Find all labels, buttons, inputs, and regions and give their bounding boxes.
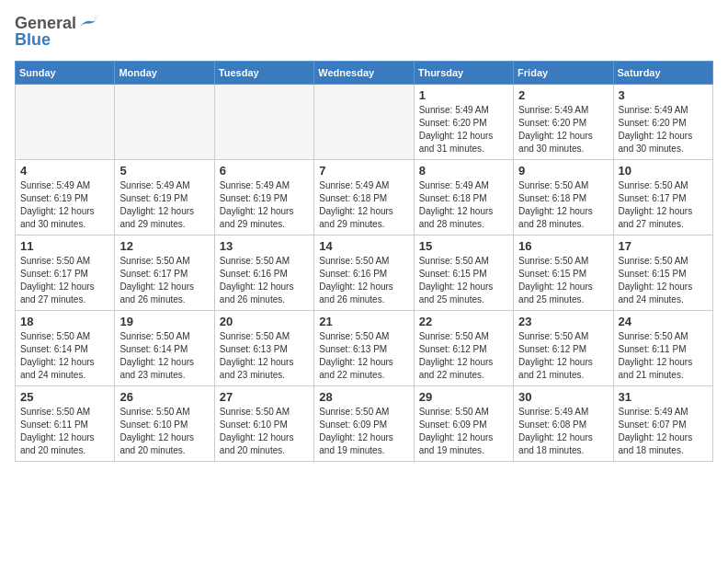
column-header-sunday: Sunday <box>16 61 115 84</box>
calendar-cell: 31Sunrise: 5:49 AM Sunset: 6:07 PM Dayli… <box>613 385 712 461</box>
day-info: Sunrise: 5:50 AM Sunset: 6:14 PM Dayligh… <box>119 330 209 382</box>
day-number: 16 <box>518 239 608 253</box>
day-number: 13 <box>220 239 309 253</box>
day-number: 30 <box>518 390 608 404</box>
day-info: Sunrise: 5:49 AM Sunset: 6:18 PM Dayligh… <box>319 179 408 231</box>
calendar-cell: 30Sunrise: 5:49 AM Sunset: 6:08 PM Dayli… <box>514 385 613 461</box>
day-info: Sunrise: 5:50 AM Sunset: 6:10 PM Dayligh… <box>220 406 309 457</box>
calendar-cell: 10Sunrise: 5:50 AM Sunset: 6:17 PM Dayli… <box>613 159 712 235</box>
day-info: Sunrise: 5:50 AM Sunset: 6:14 PM Dayligh… <box>20 330 109 382</box>
day-info: Sunrise: 5:50 AM Sunset: 6:15 PM Dayligh… <box>619 255 708 306</box>
day-number: 18 <box>20 315 109 328</box>
column-header-monday: Monday <box>115 61 214 84</box>
calendar-cell: 20Sunrise: 5:50 AM Sunset: 6:13 PM Dayli… <box>214 310 313 385</box>
calendar-cell: 7Sunrise: 5:49 AM Sunset: 6:18 PM Daylig… <box>314 159 414 235</box>
calendar-cell: 3Sunrise: 5:49 AM Sunset: 6:20 PM Daylig… <box>613 84 712 159</box>
day-number: 19 <box>119 315 209 328</box>
calendar-cell: 12Sunrise: 5:50 AM Sunset: 6:17 PM Dayli… <box>115 235 214 310</box>
day-number: 9 <box>518 164 608 178</box>
calendar-cell: 13Sunrise: 5:50 AM Sunset: 6:16 PM Dayli… <box>214 235 313 310</box>
day-info: Sunrise: 5:49 AM Sunset: 6:20 PM Dayligh… <box>419 104 508 155</box>
day-number: 31 <box>619 390 708 404</box>
day-number: 20 <box>220 315 309 328</box>
day-number: 1 <box>419 88 508 102</box>
calendar-cell: 11Sunrise: 5:50 AM Sunset: 6:17 PM Dayli… <box>16 235 115 310</box>
day-info: Sunrise: 5:49 AM Sunset: 6:20 PM Dayligh… <box>518 104 608 155</box>
day-number: 25 <box>20 390 109 404</box>
calendar-cell: 18Sunrise: 5:50 AM Sunset: 6:14 PM Dayli… <box>16 310 115 385</box>
day-number: 29 <box>419 390 508 404</box>
day-info: Sunrise: 5:50 AM Sunset: 6:15 PM Dayligh… <box>419 255 508 306</box>
calendar-cell: 1Sunrise: 5:49 AM Sunset: 6:20 PM Daylig… <box>414 84 513 159</box>
calendar-week-row: 25Sunrise: 5:50 AM Sunset: 6:11 PM Dayli… <box>16 385 713 461</box>
day-number: 26 <box>119 390 209 404</box>
day-info: Sunrise: 5:50 AM Sunset: 6:11 PM Dayligh… <box>619 330 708 382</box>
day-number: 22 <box>419 315 508 328</box>
column-header-saturday: Saturday <box>613 61 712 84</box>
calendar-header-row: SundayMondayTuesdayWednesdayThursdayFrid… <box>16 61 713 84</box>
day-number: 23 <box>518 315 608 328</box>
day-info: Sunrise: 5:49 AM Sunset: 6:18 PM Dayligh… <box>419 179 508 231</box>
calendar-cell <box>314 84 414 159</box>
page-header: General Blue <box>15 15 713 50</box>
day-number: 3 <box>619 88 708 102</box>
calendar-table: SundayMondayTuesdayWednesdayThursdayFrid… <box>15 61 713 462</box>
day-info: Sunrise: 5:50 AM Sunset: 6:09 PM Dayligh… <box>319 406 408 457</box>
day-info: Sunrise: 5:49 AM Sunset: 6:19 PM Dayligh… <box>119 179 209 231</box>
day-info: Sunrise: 5:50 AM Sunset: 6:13 PM Dayligh… <box>220 330 309 382</box>
day-info: Sunrise: 5:49 AM Sunset: 6:20 PM Dayligh… <box>619 104 708 155</box>
calendar-cell: 26Sunrise: 5:50 AM Sunset: 6:10 PM Dayli… <box>115 385 214 461</box>
column-header-friday: Friday <box>514 61 613 84</box>
day-number: 21 <box>319 315 408 328</box>
column-header-thursday: Thursday <box>414 61 513 84</box>
day-number: 14 <box>319 239 408 253</box>
day-info: Sunrise: 5:50 AM Sunset: 6:17 PM Dayligh… <box>119 255 209 306</box>
calendar-week-row: 11Sunrise: 5:50 AM Sunset: 6:17 PM Dayli… <box>16 235 713 310</box>
calendar-cell: 25Sunrise: 5:50 AM Sunset: 6:11 PM Dayli… <box>16 385 115 461</box>
day-info: Sunrise: 5:50 AM Sunset: 6:12 PM Dayligh… <box>518 330 608 382</box>
calendar-cell <box>214 84 313 159</box>
calendar-cell: 9Sunrise: 5:50 AM Sunset: 6:18 PM Daylig… <box>514 159 613 235</box>
calendar-cell: 16Sunrise: 5:50 AM Sunset: 6:15 PM Dayli… <box>514 235 613 310</box>
calendar-cell <box>16 84 115 159</box>
calendar-week-row: 1Sunrise: 5:49 AM Sunset: 6:20 PM Daylig… <box>16 84 713 159</box>
day-info: Sunrise: 5:50 AM Sunset: 6:13 PM Dayligh… <box>319 330 408 382</box>
day-info: Sunrise: 5:50 AM Sunset: 6:09 PM Dayligh… <box>419 406 508 457</box>
day-number: 28 <box>319 390 408 404</box>
day-info: Sunrise: 5:49 AM Sunset: 6:19 PM Dayligh… <box>220 179 309 231</box>
day-number: 8 <box>419 164 508 178</box>
column-header-tuesday: Tuesday <box>214 61 313 84</box>
calendar-cell: 24Sunrise: 5:50 AM Sunset: 6:11 PM Dayli… <box>613 310 712 385</box>
day-number: 12 <box>119 239 209 253</box>
calendar-cell: 6Sunrise: 5:49 AM Sunset: 6:19 PM Daylig… <box>214 159 313 235</box>
day-number: 10 <box>619 164 708 178</box>
day-info: Sunrise: 5:50 AM Sunset: 6:16 PM Dayligh… <box>319 255 408 306</box>
day-info: Sunrise: 5:49 AM Sunset: 6:08 PM Dayligh… <box>518 406 608 457</box>
calendar-week-row: 18Sunrise: 5:50 AM Sunset: 6:14 PM Dayli… <box>16 310 713 385</box>
day-number: 7 <box>319 164 408 178</box>
logo-blue: Blue <box>15 31 98 50</box>
day-info: Sunrise: 5:50 AM Sunset: 6:10 PM Dayligh… <box>119 406 209 457</box>
day-number: 11 <box>20 239 109 253</box>
day-number: 6 <box>220 164 309 178</box>
day-info: Sunrise: 5:49 AM Sunset: 6:19 PM Dayligh… <box>20 179 109 231</box>
calendar-week-row: 4Sunrise: 5:49 AM Sunset: 6:19 PM Daylig… <box>16 159 713 235</box>
day-number: 17 <box>619 239 708 253</box>
day-number: 4 <box>20 164 109 178</box>
calendar-cell: 27Sunrise: 5:50 AM Sunset: 6:10 PM Dayli… <box>214 385 313 461</box>
calendar-cell: 21Sunrise: 5:50 AM Sunset: 6:13 PM Dayli… <box>314 310 414 385</box>
calendar-cell: 19Sunrise: 5:50 AM Sunset: 6:14 PM Dayli… <box>115 310 214 385</box>
day-info: Sunrise: 5:50 AM Sunset: 6:16 PM Dayligh… <box>220 255 309 306</box>
logo-container: General Blue <box>15 15 98 50</box>
day-info: Sunrise: 5:49 AM Sunset: 6:07 PM Dayligh… <box>619 406 708 457</box>
day-info: Sunrise: 5:50 AM Sunset: 6:15 PM Dayligh… <box>518 255 608 306</box>
calendar-cell <box>115 84 214 159</box>
calendar-cell: 8Sunrise: 5:49 AM Sunset: 6:18 PM Daylig… <box>414 159 513 235</box>
day-info: Sunrise: 5:50 AM Sunset: 6:17 PM Dayligh… <box>20 255 109 306</box>
day-info: Sunrise: 5:50 AM Sunset: 6:11 PM Dayligh… <box>20 406 109 457</box>
day-number: 15 <box>419 239 508 253</box>
day-number: 5 <box>119 164 209 178</box>
day-info: Sunrise: 5:50 AM Sunset: 6:18 PM Dayligh… <box>518 179 608 231</box>
calendar-cell: 5Sunrise: 5:49 AM Sunset: 6:19 PM Daylig… <box>115 159 214 235</box>
calendar-cell: 17Sunrise: 5:50 AM Sunset: 6:15 PM Dayli… <box>613 235 712 310</box>
